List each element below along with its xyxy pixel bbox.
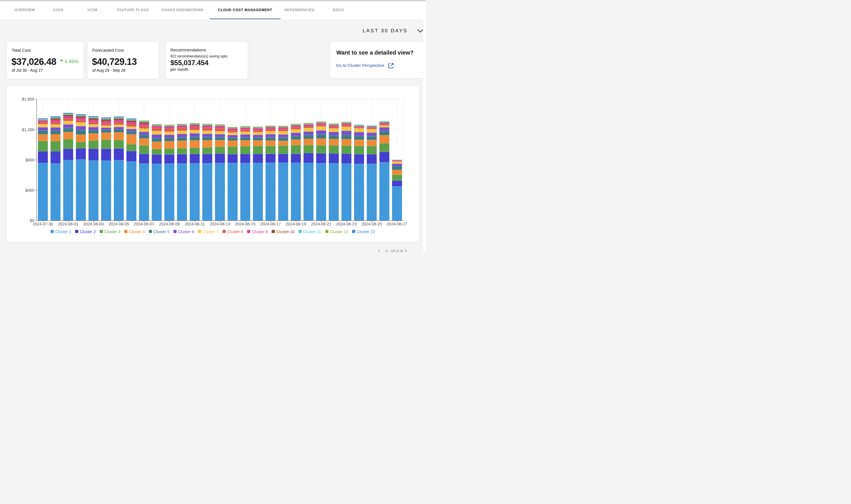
- svg-text:2024-08-05: 2024-08-05: [109, 222, 129, 226]
- svg-text:Cluster 4: Cluster 4: [129, 230, 145, 234]
- svg-text:2024-08-21: 2024-08-21: [311, 222, 331, 226]
- svg-text:Cluster 8: Cluster 8: [227, 230, 243, 234]
- svg-text:Cluster 9: Cluster 9: [251, 230, 268, 234]
- svg-text:$800: $800: [25, 158, 34, 162]
- svg-text:2024-08-11: 2024-08-11: [185, 222, 205, 226]
- svg-text:2024-08-25: 2024-08-25: [362, 222, 382, 226]
- svg-text:2024-08-09: 2024-08-09: [159, 222, 179, 226]
- svg-text:2024-08-03: 2024-08-03: [83, 222, 104, 226]
- svg-text:2024-08-19: 2024-08-19: [286, 222, 306, 226]
- svg-text:Cluster 2: Cluster 2: [80, 230, 96, 234]
- svg-text:$1,600: $1,600: [22, 97, 34, 102]
- svg-text:Cluster 5: Cluster 5: [154, 230, 170, 234]
- svg-text:2024-08-13: 2024-08-13: [210, 222, 230, 226]
- svg-text:Cluster 6: Cluster 6: [178, 230, 194, 234]
- svg-text:2024-08-15: 2024-08-15: [235, 222, 256, 226]
- svg-text:2024-08-07: 2024-08-07: [134, 222, 154, 226]
- svg-text:2024-08-27: 2024-08-27: [387, 222, 407, 226]
- svg-text:$1,200: $1,200: [22, 127, 34, 132]
- svg-text:Cluster 1: Cluster 1: [55, 230, 71, 234]
- svg-text:Cluster 3: Cluster 3: [104, 230, 120, 234]
- svg-text:2024-08-17: 2024-08-17: [260, 222, 281, 226]
- svg-text:2024-08-01: 2024-08-01: [58, 222, 79, 226]
- svg-text:2024-07-30: 2024-07-30: [33, 222, 53, 226]
- svg-text:Cluster 13: Cluster 13: [357, 230, 375, 234]
- svg-text:$400: $400: [25, 188, 34, 193]
- svg-text:2024-08-23: 2024-08-23: [336, 222, 357, 226]
- svg-text:Cluster 7: Cluster 7: [203, 230, 219, 234]
- svg-text:Cluster 11: Cluster 11: [303, 230, 321, 234]
- svg-text:Cluster 12: Cluster 12: [330, 230, 348, 234]
- svg-text:Cluster 10: Cluster 10: [276, 230, 295, 234]
